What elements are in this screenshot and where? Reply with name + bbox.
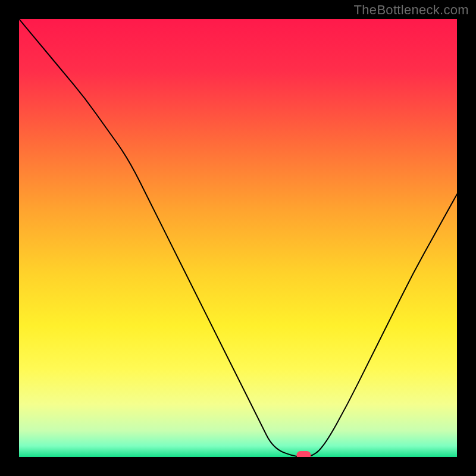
plot-area [19, 19, 457, 457]
watermark-text: TheBottleneck.com [354, 2, 469, 18]
optimal-marker [296, 451, 311, 457]
gradient-background [19, 19, 457, 457]
chart-container: TheBottleneck.com [0, 0, 476, 476]
bottleneck-chart [19, 19, 457, 457]
